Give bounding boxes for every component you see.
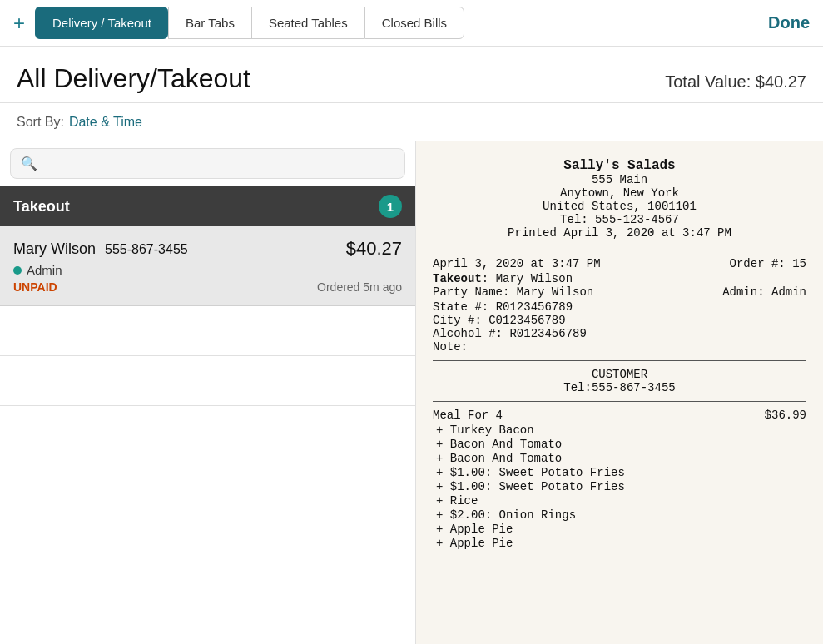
receipt-divider-3 xyxy=(433,401,806,402)
right-panel: Sally's Salads 555 Main Anytown, New Yor… xyxy=(416,141,823,644)
receipt-item-row: Meal For 4 $36.99 xyxy=(433,409,806,422)
section-badge: 1 xyxy=(379,195,402,218)
receipt-modifier: + Bacon And Tomato xyxy=(433,438,806,451)
order-time: Ordered 5m ago xyxy=(317,280,402,294)
customer-name: Mary Wilson xyxy=(13,240,96,257)
receipt-party: Party Name: Mary Wilson xyxy=(433,285,593,299)
section-title: Takeout xyxy=(13,198,70,215)
receipt-items: Meal For 4 $36.99 + Turkey Bacon+ Bacon … xyxy=(433,409,806,550)
receipt-address3: United States, 1001101 xyxy=(433,200,806,213)
receipt-item-price: $36.99 xyxy=(765,409,806,422)
section-header: Takeout 1 xyxy=(0,186,415,226)
receipt-party-row: Party Name: Mary Wilson Admin: Admin xyxy=(433,285,806,299)
receipt-date: April 3, 2020 at 3:47 PM xyxy=(433,257,730,270)
receipt-order-num: Order #: 15 xyxy=(730,257,806,270)
tab-delivery-takeout[interactable]: Delivery / Takeout xyxy=(35,7,168,39)
receipt-modifier: + $1.00: Sweet Potato Fries xyxy=(433,480,806,493)
order-admin: Admin xyxy=(13,263,402,277)
empty-row-1 xyxy=(0,306,415,356)
receipt-alcohol: Alcohol #: R0123456789 xyxy=(433,327,806,340)
customer-phone: 555-867-3455 xyxy=(105,242,188,256)
receipt-modifier: + Rice xyxy=(433,494,806,508)
receipt-address2: Anytown, New York xyxy=(433,186,806,200)
receipt-customer-title: CUSTOMER xyxy=(433,368,806,381)
receipt-printed: Printed April 3, 2020 at 3:47 PM xyxy=(433,226,806,240)
receipt-modifier: + $1.00: Sweet Potato Fries xyxy=(433,466,806,479)
receipt-info: April 3, 2020 at 3:47 PM Order #: 15 Tak… xyxy=(433,257,806,354)
top-nav: + Delivery / Takeout Bar Tabs Seated Tab… xyxy=(0,0,823,47)
tab-seated-tables[interactable]: Seated Tables xyxy=(251,7,364,39)
receipt-customer-tel: Tel:555-867-3455 xyxy=(433,381,806,394)
tab-group: Delivery / Takeout Bar Tabs Seated Table… xyxy=(35,7,755,39)
admin-dot xyxy=(13,266,22,275)
sort-label: Sort By: xyxy=(17,115,64,130)
receipt-tel: Tel: 555-123-4567 xyxy=(433,213,806,226)
receipt-modifier: + Apple Pie xyxy=(433,537,806,550)
receipt-customer: CUSTOMER Tel:555-867-3455 xyxy=(433,368,806,394)
tab-bar-tabs[interactable]: Bar Tabs xyxy=(168,7,251,39)
receipt-divider-1 xyxy=(433,250,806,250)
empty-row-2 xyxy=(0,356,415,406)
receipt-modifier: + $2.00: Onion Rings xyxy=(433,508,806,522)
receipt-item-name: Meal For 4 xyxy=(433,409,503,422)
receipt-note: Note: xyxy=(433,340,806,354)
main-content: 🔍 Takeout 1 Mary Wilson 555-867-3455 $40… xyxy=(0,141,823,644)
order-row[interactable]: Mary Wilson 555-867-3455 $40.27 Admin UN… xyxy=(0,226,415,306)
receipt-date-row: April 3, 2020 at 3:47 PM Order #: 15 xyxy=(433,257,806,270)
receipt-address1: 555 Main xyxy=(433,173,806,186)
search-icon: 🔍 xyxy=(21,156,37,171)
total-value: Total Value: $40.27 xyxy=(665,72,806,92)
receipt-modifier: + Turkey Bacon xyxy=(433,424,806,437)
order-top: Mary Wilson 555-867-3455 $40.27 xyxy=(13,238,402,260)
search-container: 🔍 xyxy=(0,141,415,186)
admin-label: Admin xyxy=(27,263,62,277)
tab-closed-bills[interactable]: Closed Bills xyxy=(364,7,464,39)
receipt-type: Takeout xyxy=(433,272,482,285)
page-header: All Delivery/Takeout Total Value: $40.27 xyxy=(0,47,823,103)
left-panel: 🔍 Takeout 1 Mary Wilson 555-867-3455 $40… xyxy=(0,141,416,644)
unpaid-badge: UNPAID xyxy=(13,280,57,294)
receipt-modifiers: + Turkey Bacon+ Bacon And Tomato+ Bacon … xyxy=(433,424,806,550)
receipt-modifier: + Apple Pie xyxy=(433,523,806,536)
page-title: All Delivery/Takeout xyxy=(17,63,250,94)
receipt-state: State #: R0123456789 xyxy=(433,300,806,314)
receipt-modifier: + Bacon And Tomato xyxy=(433,452,806,465)
search-input[interactable] xyxy=(44,156,394,171)
receipt-admin: Admin: Admin xyxy=(722,285,806,299)
receipt-restaurant: Sally's Salads xyxy=(433,158,806,173)
sort-row: Sort By: Date & Time xyxy=(0,103,823,141)
order-name: Mary Wilson 555-867-3455 xyxy=(13,240,188,258)
receipt-city: City #: C0123456789 xyxy=(433,314,806,327)
done-button[interactable]: Done xyxy=(755,10,810,36)
receipt-divider-2 xyxy=(433,360,806,361)
add-button[interactable]: + xyxy=(13,10,35,37)
receipt-header: Sally's Salads 555 Main Anytown, New Yor… xyxy=(433,158,806,240)
order-bottom: UNPAID Ordered 5m ago xyxy=(13,280,402,294)
receipt: Sally's Salads 555 Main Anytown, New Yor… xyxy=(433,158,806,550)
receipt-type-row: Takeout: Mary Wilson xyxy=(433,272,806,285)
order-amount: $40.27 xyxy=(346,238,402,260)
sort-value[interactable]: Date & Time xyxy=(69,115,142,130)
search-box: 🔍 xyxy=(10,148,405,179)
